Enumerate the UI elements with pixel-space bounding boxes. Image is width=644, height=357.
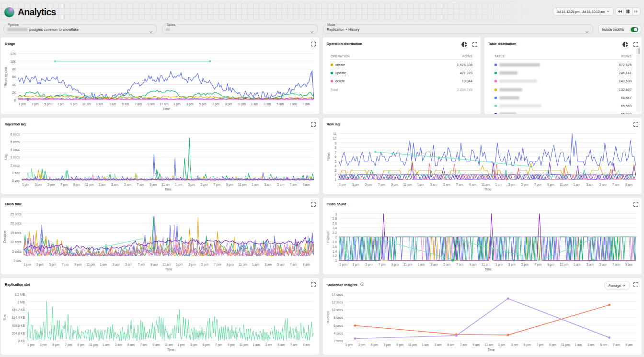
svg-text:25 secs: 25 secs [10,212,22,216]
svg-text:7 pm: 7 pm [65,343,72,347]
svg-text:11 am: 11 am [482,263,490,266]
svg-text:1 MB: 1 MB [17,301,25,304]
svg-text:9 am: 9 am [302,102,310,106]
svg-text:5 am: 5 am [277,183,284,186]
svg-text:7 pm: 7 pm [62,263,69,267]
svg-text:7 pm: 7 pm [536,343,543,347]
svg-text:Time: Time [165,268,172,271]
svg-text:11 pm: 11 pm [237,102,246,106]
svg-text:11 am: 11 am [484,343,493,346]
svg-text:5 secs: 5 secs [12,250,22,253]
svg-text:9 am: 9 am [472,343,480,346]
svg-text:20 secs: 20 secs [10,222,22,225]
svg-text:1 pm: 1 pm [495,263,502,267]
svg-text:11 am: 11 am [162,263,171,266]
svg-text:1 am: 1 am [99,183,106,186]
svg-text:1 am: 1 am [573,183,580,186]
svg-text:11 pm: 11 pm [85,183,94,187]
svg-text:2.6: 2.6 [332,222,337,225]
svg-text:5 pm: 5 pm [49,263,56,267]
svg-text:5 pm: 5 pm [199,102,207,106]
svg-text:5 pm: 5 pm [521,183,528,187]
svg-text:7 pm: 7 pm [214,263,221,267]
svg-text:11 pm: 11 pm [561,343,569,347]
svg-text:2 secs: 2 secs [334,339,343,343]
svg-text:8K: 8K [12,67,16,71]
svg-text:3 am: 3 am [113,263,120,266]
svg-text:7 am: 7 am [140,343,147,346]
svg-text:9 pm: 9 pm [227,263,234,267]
svg-text:2: 2 [335,235,337,239]
svg-text:9 am: 9 am [469,263,476,266]
svg-text:7: 7 [334,151,336,154]
svg-text:8 secs: 8 secs [334,316,343,319]
svg-text:11 pm: 11 pm [559,183,568,187]
svg-text:12K: 12K [11,52,16,56]
svg-text:3 am: 3 am [115,343,122,346]
svg-text:204.8 KB: 204.8 KB [12,332,25,335]
svg-text:7 pm: 7 pm [57,102,64,106]
svg-text:1 pm: 1 pm [27,343,34,347]
svg-text:3 am: 3 am [430,263,437,266]
svg-text:409.6 KB: 409.6 KB [12,324,25,327]
svg-text:5 pm: 5 pm [201,263,208,267]
svg-text:3 am: 3 am [586,263,593,266]
svg-text:1 am: 1 am [251,102,258,106]
svg-text:5 pm: 5 pm [523,343,530,347]
svg-text:5 pm: 5 pm [201,183,208,187]
svg-text:3 pm: 3 pm [188,263,196,267]
svg-text:9 pm: 9 pm [70,102,77,106]
svg-text:3 pm: 3 pm [188,183,195,187]
svg-text:11 pm: 11 pm [408,343,416,347]
svg-text:3 am: 3 am [586,183,593,186]
svg-text:9 am: 9 am [625,343,632,346]
svg-text:Flushes: Flushes [326,231,330,243]
svg-text:7 pm: 7 pm [213,183,220,187]
svg-text:1 pm: 1 pm [173,102,181,106]
svg-text:9: 9 [334,142,336,145]
svg-text:Time: Time [487,348,494,351]
svg-text:5 pm: 5 pm [365,263,372,267]
svg-text:2.8: 2.8 [332,217,337,220]
svg-text:9 am: 9 am [152,343,160,346]
svg-text:7 am: 7 am [137,183,144,186]
svg-text:3 pm: 3 pm [35,183,42,187]
svg-text:5 am: 5 am [443,183,450,186]
svg-text:6 secs: 6 secs [334,324,343,327]
svg-text:3 pm: 3 pm [352,183,359,187]
svg-text:5 pm: 5 pm [203,343,210,347]
svg-text:Duration: Duration [3,231,6,243]
svg-text:1.4: 1.4 [332,250,337,253]
svg-text:9 am: 9 am [150,263,158,266]
svg-text:7 pm: 7 pm [383,343,391,347]
svg-text:4 secs: 4 secs [11,148,20,151]
svg-text:614.4 KB: 614.4 KB [12,316,25,319]
svg-text:9 am: 9 am [625,183,632,186]
svg-text:6: 6 [334,155,336,158]
svg-text:2 secs: 2 secs [11,164,20,167]
svg-text:Time: Time [484,268,492,271]
svg-text:5 pm: 5 pm [47,183,55,187]
svg-text:3 am: 3 am [587,343,594,346]
svg-text:0 KB: 0 KB [18,339,25,343]
svg-text:5 am: 5 am [125,263,132,266]
svg-text:5 am: 5 am [600,343,607,346]
svg-text:11 am: 11 am [481,183,490,186]
svg-text:Time: Time [162,107,170,111]
svg-text:1 pm: 1 pm [175,183,182,187]
svg-text:Size: Size [3,314,6,320]
svg-text:5 am: 5 am [277,263,285,266]
svg-text:1 pm: 1 pm [339,183,346,187]
svg-text:7 am: 7 am [460,343,467,346]
svg-text:Rows: Rows [326,152,330,160]
svg-text:2.2: 2.2 [332,231,337,234]
svg-text:0: 0 [14,99,16,102]
svg-text:3 pm: 3 pm [36,263,44,267]
svg-text:15 secs: 15 secs [10,231,22,234]
svg-text:11 am: 11 am [160,102,168,106]
svg-text:5 am: 5 am [122,102,129,106]
svg-text:1 am: 1 am [96,102,103,106]
svg-text:1: 1 [334,178,336,181]
svg-text:1 am: 1 am [252,263,259,266]
svg-text:1 pm: 1 pm [19,102,26,106]
